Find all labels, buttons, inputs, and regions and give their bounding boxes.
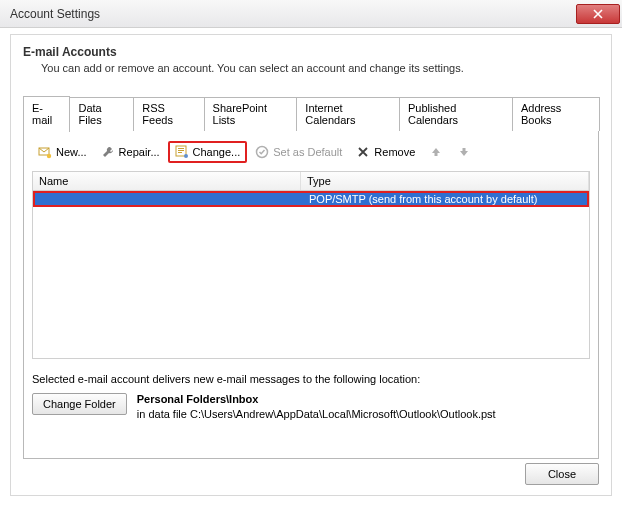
column-header-type[interactable]: Type bbox=[301, 172, 589, 190]
new-button[interactable]: New... bbox=[32, 142, 93, 162]
table-row[interactable]: POP/SMTP (send from this account by defa… bbox=[33, 191, 589, 207]
check-circle-icon bbox=[255, 145, 269, 159]
dialog-panel: E-mail Accounts You can add or remove an… bbox=[10, 34, 612, 496]
change-label: Change... bbox=[193, 146, 241, 158]
delivery-description: Selected e-mail account delivers new e-m… bbox=[32, 373, 590, 385]
change-button[interactable]: Change... bbox=[168, 141, 248, 163]
tab-data-files[interactable]: Data Files bbox=[69, 97, 134, 131]
close-button[interactable]: Close bbox=[525, 463, 599, 485]
change-folder-button[interactable]: Change Folder bbox=[32, 393, 127, 415]
arrow-up-icon bbox=[429, 145, 443, 159]
header-block: E-mail Accounts You can add or remove an… bbox=[23, 45, 599, 74]
window-close-button[interactable] bbox=[576, 4, 620, 24]
svg-point-1 bbox=[47, 154, 51, 158]
list-header: Name Type bbox=[32, 171, 590, 191]
svg-rect-5 bbox=[178, 152, 182, 153]
title-bar: Account Settings bbox=[0, 0, 622, 28]
delivery-info: Personal Folders\Inbox in data file C:\U… bbox=[137, 393, 496, 420]
set-default-button: Set as Default bbox=[249, 142, 348, 162]
repair-button[interactable]: Repair... bbox=[95, 142, 166, 162]
delivery-folder: Personal Folders\Inbox bbox=[137, 393, 496, 405]
new-label: New... bbox=[56, 146, 87, 158]
wrench-icon bbox=[101, 145, 115, 159]
tab-internet-calendars[interactable]: Internet Calendars bbox=[296, 97, 400, 131]
tab-published-calendars[interactable]: Published Calendars bbox=[399, 97, 513, 131]
remove-label: Remove bbox=[374, 146, 415, 158]
tab-rss-feeds[interactable]: RSS Feeds bbox=[133, 97, 204, 131]
cell-type: POP/SMTP (send from this account by defa… bbox=[303, 193, 587, 205]
svg-rect-3 bbox=[178, 148, 184, 149]
tab-body: New... Repair... Change... bbox=[23, 131, 599, 459]
remove-button[interactable]: Remove bbox=[350, 142, 421, 162]
tab-address-books[interactable]: Address Books bbox=[512, 97, 600, 131]
header-title: E-mail Accounts bbox=[23, 45, 599, 59]
tab-email[interactable]: E-mail bbox=[23, 96, 70, 132]
repair-label: Repair... bbox=[119, 146, 160, 158]
move-down-button bbox=[451, 142, 477, 162]
toolbar: New... Repair... Change... bbox=[32, 139, 590, 171]
envelope-new-icon bbox=[38, 145, 52, 159]
tab-strip: E-mail Data Files RSS Feeds SharePoint L… bbox=[23, 97, 599, 132]
account-list[interactable]: POP/SMTP (send from this account by defa… bbox=[32, 191, 590, 359]
set-default-label: Set as Default bbox=[273, 146, 342, 158]
column-header-name[interactable]: Name bbox=[33, 172, 301, 190]
tab-sharepoint-lists[interactable]: SharePoint Lists bbox=[204, 97, 298, 131]
svg-rect-4 bbox=[178, 150, 184, 151]
delivery-section: Selected e-mail account delivers new e-m… bbox=[32, 373, 590, 420]
svg-point-6 bbox=[184, 154, 188, 158]
properties-icon bbox=[175, 145, 189, 159]
window-title: Account Settings bbox=[10, 7, 576, 21]
x-icon bbox=[356, 145, 370, 159]
arrow-down-icon bbox=[457, 145, 471, 159]
move-up-button bbox=[423, 142, 449, 162]
dialog-footer: Close bbox=[525, 463, 599, 485]
header-description: You can add or remove an account. You ca… bbox=[23, 62, 599, 74]
delivery-datafile: in data file C:\Users\Andrew\AppData\Loc… bbox=[137, 408, 496, 420]
